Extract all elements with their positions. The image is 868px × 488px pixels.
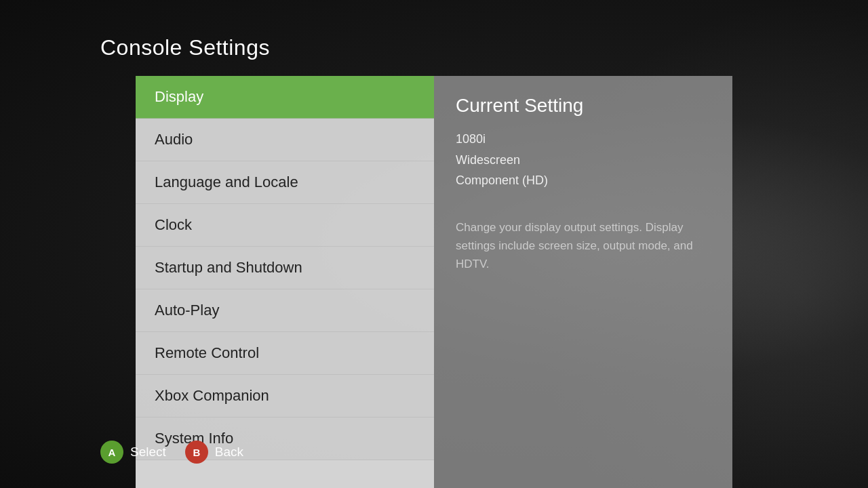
main-container: DisplayAudioLanguage and LocaleClockStar… bbox=[136, 76, 732, 488]
detail-title: Current Setting bbox=[456, 95, 711, 117]
menu-panel: DisplayAudioLanguage and LocaleClockStar… bbox=[136, 76, 434, 488]
menu-item-clock[interactable]: Clock bbox=[136, 204, 434, 247]
menu-item-display[interactable]: Display bbox=[136, 76, 434, 119]
menu-item-audio[interactable]: Audio bbox=[136, 119, 434, 161]
detail-setting-0: 1080i bbox=[456, 129, 711, 150]
menu-item-xbox-companion[interactable]: Xbox Companion bbox=[136, 375, 434, 418]
detail-settings: 1080iWidescreenComponent (HD) bbox=[456, 129, 711, 191]
menu-item-language-locale[interactable]: Language and Locale bbox=[136, 161, 434, 204]
button-bar: ASelectBBack bbox=[100, 441, 243, 464]
detail-setting-2: Component (HD) bbox=[456, 170, 711, 191]
menu-item-remote-control[interactable]: Remote Control bbox=[136, 332, 434, 375]
detail-description: Change your display output settings. Dis… bbox=[456, 218, 711, 274]
menu-item-startup-shutdown[interactable]: Startup and Shutdown bbox=[136, 247, 434, 289]
btn-label-select: Select bbox=[130, 445, 166, 460]
btn-group-select[interactable]: ASelect bbox=[100, 441, 166, 464]
btn-label-back: Back bbox=[215, 445, 243, 460]
btn-group-back[interactable]: BBack bbox=[185, 441, 243, 464]
btn-circle-back: B bbox=[185, 441, 208, 464]
detail-panel: Current Setting 1080iWidescreenComponent… bbox=[434, 76, 732, 488]
btn-circle-select: A bbox=[100, 441, 123, 464]
page-title: Console Settings bbox=[100, 35, 270, 60]
menu-item-auto-play[interactable]: Auto-Play bbox=[136, 289, 434, 332]
menu-filler bbox=[136, 460, 434, 488]
detail-setting-1: Widescreen bbox=[456, 150, 711, 171]
